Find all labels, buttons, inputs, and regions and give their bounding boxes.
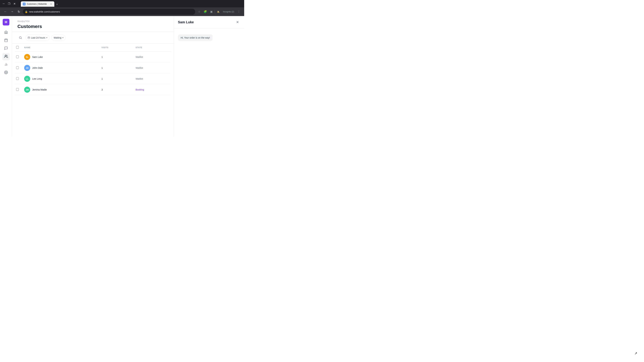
message-bubble-container: Hi, Your order is on the way!: [174, 32, 244, 44]
panel-title: Sam Luke: [178, 20, 194, 24]
row-1-visits: 1: [99, 52, 133, 62]
sidebar-brand[interactable]: M: [3, 19, 10, 25]
date-filter-chevron: ▾: [46, 36, 47, 39]
table-row[interactable]: SL Sam Luke 1 Waitlist: [15, 52, 171, 62]
org-name: Moodjoy7434: [18, 20, 168, 22]
row-1-checkbox-cell: [15, 52, 22, 62]
sidebar-item-customers[interactable]: [2, 53, 10, 60]
status-filter-chevron: ▾: [62, 36, 64, 39]
tab-close-button[interactable]: ✕: [50, 3, 52, 5]
customers-table-body: SL Sam Luke 1 Waitlist: [15, 52, 171, 95]
analytics-icon: [4, 62, 8, 67]
svg-point-8: [6, 72, 6, 73]
home-icon: [4, 30, 8, 35]
customers-icon: [4, 54, 8, 59]
refresh-button[interactable]: ↻: [16, 9, 22, 14]
page-header: Moodjoy7434 Customers: [12, 16, 174, 32]
table-row[interactable]: LL Lee Long 1 Waitlist: [15, 73, 171, 84]
row-1-state: Waitlist: [133, 52, 171, 62]
status-filter-button[interactable]: Waiting ▾: [52, 35, 66, 41]
messages-icon: [4, 46, 8, 51]
customers-table-container: NAME VISITS STATE SL Sam: [12, 43, 174, 137]
menu-button[interactable]: ⋮: [236, 9, 242, 14]
search-icon: [19, 36, 22, 39]
close-window-button[interactable]: ✕: [12, 1, 17, 6]
security-icon: 🔒: [25, 10, 28, 13]
checkbox-header: [15, 43, 22, 52]
back-button[interactable]: ←: [3, 9, 8, 14]
row-4-visits: 3: [99, 84, 133, 95]
new-tab-button[interactable]: +: [55, 2, 59, 7]
toolbar: Last 24 hours ▾ Waiting ▾: [12, 32, 174, 43]
customers-table: NAME VISITS STATE SL Sam: [15, 43, 171, 95]
row-4-name-cell: JM Jemina Madie: [22, 84, 99, 95]
row-2-customer-cell: JD John Dale: [24, 65, 96, 71]
sidebar-item-analytics[interactable]: [2, 61, 10, 68]
panel-close-button[interactable]: ✕: [235, 19, 240, 25]
row-3-customer-cell: LL Lee Long: [24, 76, 96, 82]
row-4-customer-cell: JM Jemina Madie: [24, 87, 96, 93]
date-filter-button[interactable]: Last 24 hours ▾: [26, 35, 50, 41]
svg-rect-17: [28, 37, 30, 39]
calendar-filter-icon: [28, 36, 30, 39]
tab-title: Customers | Waitwhile: [27, 3, 48, 5]
svg-rect-0: [4, 39, 8, 42]
row-4-avatar: JM: [24, 87, 30, 93]
row-2-checkbox-cell: [15, 62, 22, 73]
row-1-checkbox[interactable]: [16, 55, 19, 58]
maximize-button[interactable]: ❐: [7, 1, 12, 6]
row-1-name-cell: SL Sam Luke: [22, 52, 99, 62]
row-2-avatar: JD: [24, 65, 30, 71]
svg-line-16: [21, 38, 22, 39]
sidebar-item-messages[interactable]: [2, 45, 10, 52]
row-1-customer-cell: SL Sam Luke: [24, 54, 96, 60]
active-tab[interactable]: W Customers | Waitwhile ✕: [21, 1, 54, 7]
browser-toolbar-right: ☆ 🧩 ▣ 🕵️ Incognito (2) ⋮: [196, 9, 242, 14]
incognito-label: Incognito (2): [223, 10, 234, 13]
calendar-icon: [4, 38, 8, 43]
minimize-button[interactable]: ─: [1, 1, 6, 6]
search-button[interactable]: [18, 35, 24, 41]
row-3-avatar: LL: [24, 76, 30, 82]
browser-titlebar: ─ ❐ ✕ W Customers | Waitwhile ✕ +: [0, 0, 244, 7]
row-2-customer-name: John Dale: [32, 66, 43, 69]
row-1-avatar: SL: [24, 54, 30, 60]
address-bar[interactable]: 🔒 new.waitwhile.com/customers: [23, 9, 195, 15]
row-3-visits: 1: [99, 73, 133, 84]
extensions-button[interactable]: 🧩: [202, 9, 208, 14]
row-3-checkbox-cell: [15, 73, 22, 84]
table-header: NAME VISITS STATE: [15, 43, 171, 52]
forward-button[interactable]: →: [10, 9, 15, 14]
right-panel: Sam Luke ✕ Hi, Your order is on the way!…: [174, 16, 244, 137]
app-container: M: [0, 16, 244, 137]
state-column-header: STATE: [133, 43, 171, 52]
row-3-checkbox[interactable]: [16, 77, 19, 80]
table-row[interactable]: JD John Dale 1 Waitlist: [15, 62, 171, 73]
row-3-customer-name: Lee Long: [32, 77, 42, 80]
tab-favicon: W: [23, 3, 26, 5]
reader-mode-button[interactable]: ▣: [209, 9, 214, 14]
panel-header: Sam Luke ✕: [174, 16, 244, 28]
row-2-state: Waitlist: [133, 62, 171, 73]
row-2-visits: 1: [99, 62, 133, 73]
sidebar-item-settings[interactable]: [2, 69, 10, 76]
sidebar-item-calendar[interactable]: [2, 37, 10, 44]
tab-bar: W Customers | Waitwhile ✕ +: [20, 1, 61, 7]
row-1-customer-name: Sam Luke: [32, 56, 43, 58]
row-2-checkbox[interactable]: [16, 66, 19, 69]
bookmark-page-button[interactable]: ☆: [196, 9, 202, 14]
table-row[interactable]: JM Jemina Madie 3 Booking: [15, 84, 171, 95]
browser-chrome: ─ ❐ ✕ W Customers | Waitwhile ✕ + ← → ↻ …: [0, 0, 244, 16]
select-all-checkbox[interactable]: [16, 46, 19, 49]
status-filter-label: Waiting: [54, 36, 62, 39]
profile-button[interactable]: 🕵️: [216, 9, 221, 14]
browser-window-controls: ─ ❐ ✕: [1, 1, 17, 6]
sidebar-item-home[interactable]: [2, 29, 10, 36]
url-display: new.waitwhile.com/customers: [29, 10, 193, 13]
row-4-checkbox[interactable]: [16, 88, 19, 91]
main-content: Moodjoy7434 Customers Last 24 hours ▾: [12, 16, 174, 137]
row-3-name-cell: LL Lee Long: [22, 73, 99, 84]
incognito-badge[interactable]: Incognito (2): [222, 10, 236, 13]
settings-icon: [4, 70, 8, 75]
row-4-checkbox-cell: [15, 84, 22, 95]
